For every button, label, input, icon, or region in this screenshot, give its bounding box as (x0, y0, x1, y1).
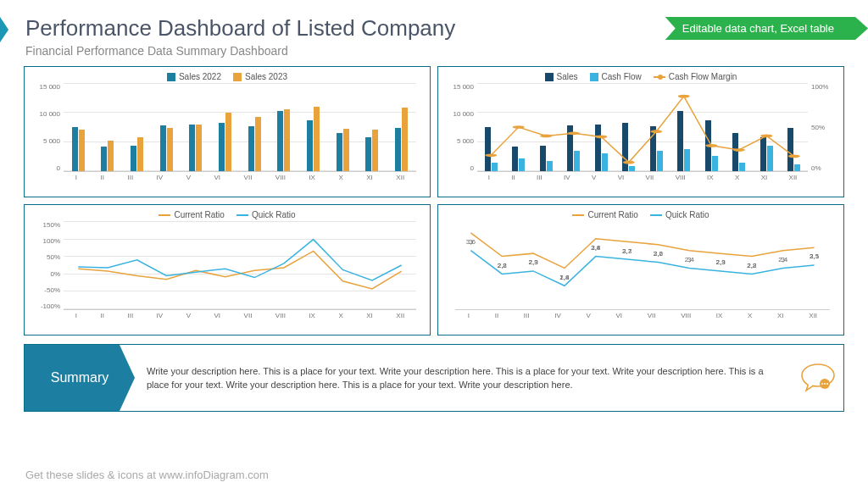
chart-sales-comparison: Sales 2022 Sales 2023 15 00010 0005 0000… (24, 66, 431, 197)
header: Performance Dashboard of Listed Company … (0, 0, 868, 66)
svg-point-11 (788, 154, 800, 158)
summary-tab: Summary (25, 345, 135, 411)
svg-point-8 (705, 144, 717, 147)
chart-cashflow: Sales Cash Flow Cash Flow Margin 15 0001… (437, 66, 844, 197)
svg-point-4 (595, 136, 607, 139)
svg-point-10 (760, 135, 772, 138)
svg-point-13 (821, 383, 823, 385)
svg-point-9 (733, 148, 745, 152)
legend: Current Ratio Quick Ratio (447, 210, 835, 219)
svg-point-14 (824, 383, 826, 385)
page-title: Performance Dashboard of Listed Company (25, 15, 843, 42)
legend: Current Ratio Quick Ratio (33, 210, 421, 219)
footer-attribution: Get these slides & icons at www.infoDiag… (25, 469, 269, 481)
svg-point-6 (650, 130, 662, 133)
svg-point-3 (568, 131, 580, 135)
legend: Sales Cash Flow Cash Flow Margin (447, 72, 835, 81)
chart-ratio-percent: Current Ratio Quick Ratio 150%100%50%0%-… (24, 204, 431, 336)
y-axis-right: 100%50%0% (810, 83, 835, 172)
chat-bubble-icon (793, 362, 843, 394)
svg-point-1 (513, 125, 525, 129)
y-axis: 150%100%50%0%-50%-100% (33, 221, 62, 310)
y-axis: 15 00010 0005 0000 (33, 83, 62, 172)
summary-text: Write your description here. This is a p… (135, 359, 793, 397)
y-axis: 15 00010 0005 0000 (447, 83, 476, 172)
page-subtitle: Financial Performance Data Summary Dashb… (25, 44, 843, 58)
svg-point-0 (485, 153, 497, 157)
chart-ratio-labeled: Current Ratio Quick Ratio 3,62,82,92,43,… (437, 204, 844, 336)
svg-point-5 (623, 161, 635, 164)
svg-point-15 (826, 383, 828, 385)
summary-panel: Summary Write your description here. Thi… (24, 344, 844, 412)
chart-grid: Sales 2022 Sales 2023 15 00010 0005 0000… (0, 66, 868, 336)
svg-point-7 (678, 95, 690, 98)
svg-point-2 (540, 135, 552, 138)
legend: Sales 2022 Sales 2023 (33, 72, 421, 81)
